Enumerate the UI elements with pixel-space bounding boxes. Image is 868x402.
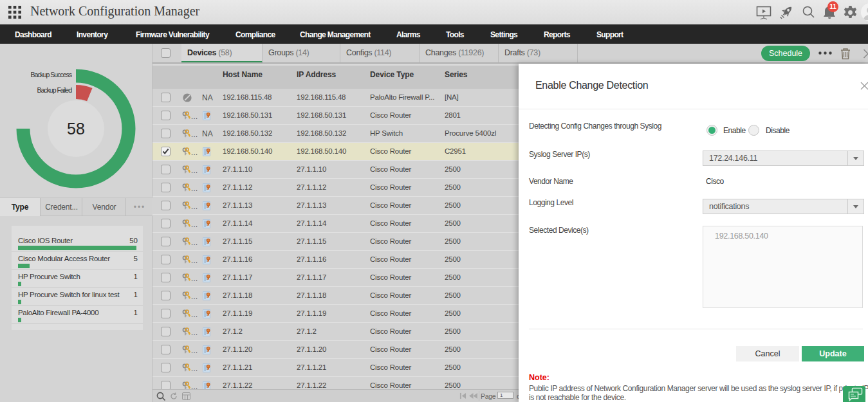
svg-text:58: 58 (67, 120, 85, 138)
